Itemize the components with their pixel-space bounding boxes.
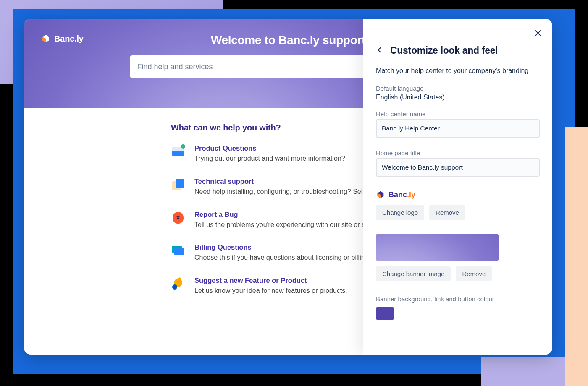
change-banner-button[interactable]: Change banner image: [376, 266, 451, 281]
bg-decor: [0, 84, 13, 117]
panel-title: Customize look and feel: [390, 45, 498, 56]
customize-panel: Customize look and feel Match your help …: [363, 19, 552, 355]
topic-desc: Trying out our product and want more inf…: [194, 154, 345, 164]
close-icon[interactable]: [534, 29, 542, 39]
logo-icon: [376, 190, 385, 199]
remove-banner-button[interactable]: Remove: [456, 266, 492, 281]
topic-desc: Tell us the problems you're experiencing…: [194, 220, 375, 230]
panel-subtitle: Match your help center to your company's…: [376, 67, 540, 75]
topic-desc: Let us know your idea for new features o…: [194, 286, 347, 296]
back-arrow-icon[interactable]: [376, 46, 384, 56]
home-page-title-input[interactable]: [376, 158, 540, 177]
documents-icon: [171, 177, 185, 192]
bg-decor: [565, 127, 588, 386]
remove-logo-button[interactable]: Remove: [429, 205, 465, 220]
megaphone-icon: [171, 276, 185, 291]
topic-desc: Need help installing, configuring, or tr…: [194, 187, 391, 197]
laptop-icon: [171, 144, 185, 159]
banner-preview: [376, 234, 499, 261]
topic-title: Billing Questions: [194, 243, 370, 251]
logo-preview: Banc.ly: [376, 190, 540, 199]
topic-title: Report a Bug: [194, 211, 375, 219]
home-page-title-label: Home page title: [376, 149, 540, 156]
brand-name: Banc.ly: [54, 34, 84, 44]
topic-title: Product Questions: [194, 144, 345, 152]
topic-title: Technical support: [194, 177, 391, 185]
help-center-name-label: Help center name: [376, 110, 540, 117]
topic-title: Suggest a new Feature or Product: [194, 276, 347, 284]
logo-preview-text: Banc.ly: [388, 190, 415, 199]
color-swatch[interactable]: [376, 307, 394, 320]
credit-cards-icon: [171, 243, 185, 258]
help-center-window: Banc.ly Welcome to Banc.ly support What …: [24, 19, 552, 355]
default-language-value: English (United States): [376, 94, 540, 101]
logo-icon: [41, 34, 51, 44]
bg-decor: [481, 357, 565, 386]
color-section-label: Banner background, link and button colou…: [376, 295, 540, 303]
bug-icon: [171, 211, 185, 225]
default-language-label: Default language: [376, 85, 540, 92]
topic-desc: Choose this if you have questions about …: [194, 253, 370, 263]
change-logo-button[interactable]: Change logo: [376, 205, 424, 220]
help-center-name-input[interactable]: [376, 119, 540, 138]
